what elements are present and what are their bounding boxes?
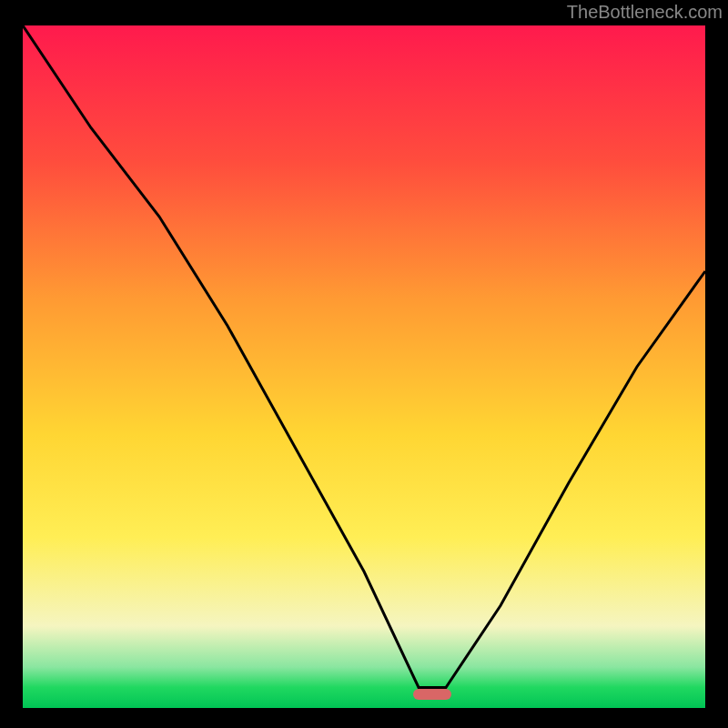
watermark-label: TheBottleneck.com bbox=[567, 2, 723, 23]
optimal-marker bbox=[413, 689, 451, 700]
chart-container: TheBottleneck.com bbox=[0, 0, 728, 728]
plot-area bbox=[23, 25, 705, 708]
bottleneck-chart bbox=[23, 25, 705, 708]
gradient-background bbox=[23, 25, 705, 708]
